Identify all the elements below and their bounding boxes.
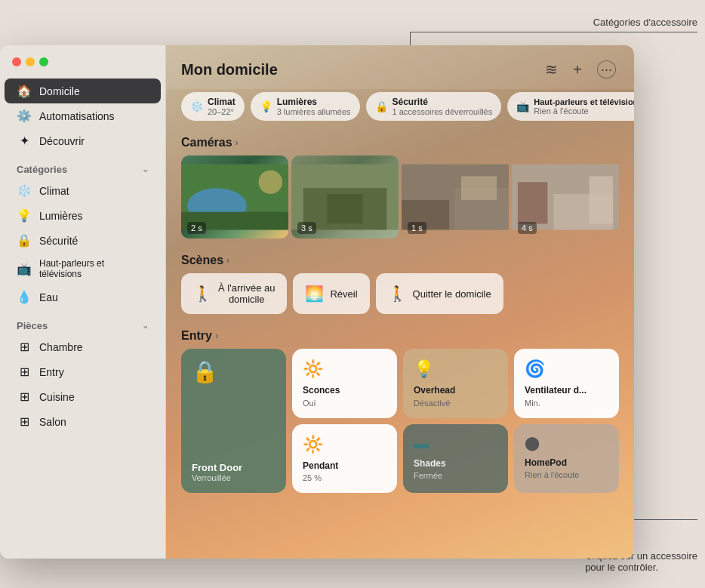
maximize-button[interactable] <box>39 57 48 66</box>
fan-icon: 🌀 <box>525 359 608 379</box>
waveform-button[interactable]: ≋ <box>542 57 561 82</box>
overhead-icon: 💡 <box>414 359 497 379</box>
camera-garage[interactable]: 3 s <box>291 155 399 239</box>
camera-pool-timer: 2 s <box>187 222 206 234</box>
sidebar-item-decouvrir[interactable]: ✦ Découvrir <box>5 128 161 153</box>
shades-icon: ▬ <box>414 435 497 452</box>
accessory-sconces[interactable]: 🔆 Sconces Oui <box>292 349 397 418</box>
annotation-categories: Catégories d'accessoire <box>593 17 697 28</box>
pill-climat[interactable]: ❄️ Climat 20–22° <box>181 92 245 121</box>
main-content: Mon domicile ≋ + ··· ❄️ <box>166 45 634 559</box>
svg-rect-12 <box>518 182 547 223</box>
plus-icon: + <box>573 61 582 78</box>
minimize-button[interactable] <box>26 57 35 66</box>
pill-securite-icon: 🔒 <box>375 100 388 112</box>
camera-room[interactable]: 4 s <box>512 155 619 239</box>
camera-living-timer: 1 s <box>408 222 426 234</box>
grid-icon-4: ⊞ <box>17 414 32 429</box>
camera-garage-timer: 3 s <box>297 222 316 234</box>
sidebar: 🏠 Domicile ⚙️ Automatisations ✦ Découvri… <box>0 45 166 559</box>
close-button[interactable] <box>12 57 21 66</box>
more-icon: ··· <box>597 60 616 79</box>
home-icon: 🏠 <box>17 84 32 98</box>
accessory-shades[interactable]: ▬ Shades Fermée <box>403 424 508 494</box>
sidebar-item-salon[interactable]: ⊞ Salon <box>5 409 161 434</box>
lock-icon-fd: 🔒 <box>192 359 276 384</box>
scene-reveil-icon: 🌅 <box>305 285 324 303</box>
scene-arrivee[interactable]: 🚶 À l'arrivée audomicile <box>181 273 287 314</box>
accessory-ventilateur[interactable]: 🌀 Ventilateur d... Min. <box>514 349 619 418</box>
tv-icon: 📺 <box>17 262 32 276</box>
camera-living[interactable]: 1 s <box>402 155 509 239</box>
scene-arrivee-icon: 🚶 <box>193 285 212 303</box>
accessory-front-door[interactable]: 🔒 Front Door Verrouillée <box>181 349 286 493</box>
more-button[interactable]: ··· <box>594 59 619 81</box>
camera-grid: 2 s 3 s <box>166 155 634 248</box>
accessory-homepod[interactable]: ⬤ HomePod Rien à l'écoute <box>514 424 619 494</box>
pill-securite[interactable]: 🔒 Sécurité 1 accessoires déverrouillés <box>366 92 502 121</box>
sidebar-item-automatisations[interactable]: ⚙️ Automatisations <box>5 103 161 128</box>
sidebar-item-chambre[interactable]: ⊞ Chambre <box>5 334 161 359</box>
water-icon: 💧 <box>17 290 32 304</box>
lock-icon: 🔒 <box>17 233 32 248</box>
sidebar-item-lumieres[interactable]: 💡 Lumières <box>5 203 161 228</box>
scenes-chevron: › <box>226 255 229 266</box>
svg-rect-14 <box>590 176 614 223</box>
camera-pool[interactable]: 2 s <box>181 155 288 239</box>
pill-haut-parleurs-icon: 📺 <box>516 100 529 112</box>
scene-quitter-icon: 🚶 <box>388 285 407 303</box>
accessory-pendant[interactable]: 🔆 Pendant 25 % <box>292 424 397 494</box>
pill-haut-parleurs[interactable]: 📺 Haut-parleurs et télévisions Rien à l'… <box>507 92 634 121</box>
gear-icon: ⚙️ <box>17 109 32 123</box>
sidebar-item-haut-parleurs[interactable]: 📺 Haut-parleurs et télévisions <box>5 253 161 285</box>
pill-lumieres-icon: 💡 <box>260 100 272 112</box>
chevron-down-icon-2: ⌄ <box>142 321 149 331</box>
svg-rect-10 <box>461 176 497 200</box>
annotation-line-h1 <box>411 32 697 32</box>
sidebar-item-climat[interactable]: ❄️ Climat <box>5 178 161 203</box>
scenes-section-header[interactable]: Scènes › <box>166 248 634 273</box>
pill-climat-icon: ❄️ <box>190 100 203 112</box>
pieces-section-header[interactable]: Pièces ⌄ <box>0 309 165 334</box>
accessory-overhead[interactable]: 💡 Overhead Désactivé <box>403 349 508 418</box>
scene-reveil[interactable]: 🌅 Réveil <box>293 273 369 314</box>
svg-point-3 <box>259 171 283 195</box>
entry-chevron: › <box>215 331 218 341</box>
sconces-icon: 🔆 <box>303 359 386 379</box>
snowflake-icon: ❄️ <box>17 183 32 198</box>
scenes-grid: 🚶 À l'arrivée audomicile 🌅 Réveil 🚶 Quit… <box>166 273 634 323</box>
window-controls <box>0 57 165 79</box>
grid-icon-3: ⊞ <box>17 389 32 404</box>
sidebar-item-entry[interactable]: ⊞ Entry <box>5 359 161 384</box>
sidebar-item-eau[interactable]: 💧 Eau <box>5 285 161 309</box>
waveform-icon: ≋ <box>545 61 558 78</box>
star-icon: ✦ <box>17 134 32 148</box>
pill-lumieres[interactable]: 💡 Lumières 3 lumières allumées <box>251 92 360 121</box>
entry-accessory-grid: 🔒 Front Door Verrouillée 🔆 Sconces Oui 💡… <box>166 349 634 502</box>
camera-room-timer: 4 s <box>518 222 537 234</box>
sidebar-item-cuisine[interactable]: ⊞ Cuisine <box>5 384 161 409</box>
main-header: Mon domicile ≋ + ··· <box>166 45 634 89</box>
header-actions: ≋ + ··· <box>542 57 619 82</box>
grid-icon-2: ⊞ <box>17 365 32 379</box>
category-pills: ❄️ Climat 20–22° 💡 Lumières 3 lumières a… <box>166 89 634 130</box>
svg-rect-6 <box>327 194 362 223</box>
categories-section-header[interactable]: Catégories ⌄ <box>0 153 165 178</box>
app-window: 🏠 Domicile ⚙️ Automatisations ✦ Découvri… <box>0 45 634 559</box>
homepod-icon: ⬤ <box>525 435 608 451</box>
sidebar-item-securite[interactable]: 🔒 Sécurité <box>5 228 161 253</box>
page-title: Mon domicile <box>181 61 278 79</box>
bulb-icon: 💡 <box>17 208 32 223</box>
pendant-icon: 🔆 <box>303 435 386 454</box>
cameras-chevron: › <box>236 137 239 148</box>
grid-icon: ⊞ <box>17 340 32 354</box>
cameras-section-header[interactable]: Caméras › <box>166 130 634 155</box>
sidebar-item-domicile[interactable]: 🏠 Domicile <box>5 79 161 103</box>
entry-section-header[interactable]: Entry › <box>166 323 634 349</box>
scene-quitter[interactable]: 🚶 Quitter le domicile <box>376 273 503 314</box>
chevron-down-icon: ⌄ <box>142 165 149 174</box>
add-button[interactable]: + <box>570 58 585 82</box>
